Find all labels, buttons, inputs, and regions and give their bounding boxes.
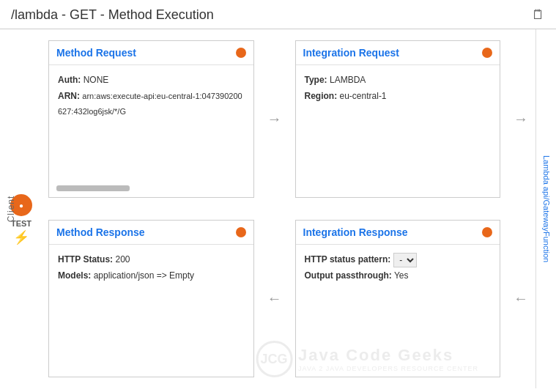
passthrough-row: Output passthrough: Yes bbox=[305, 268, 492, 284]
method-response-title: Method Response bbox=[56, 226, 145, 238]
arrow-right-top bbox=[260, 37, 289, 201]
region-value: eu-central-1 bbox=[340, 91, 387, 101]
arrow-left-bottom2 bbox=[506, 216, 535, 381]
auth-label: Auth: bbox=[58, 75, 81, 85]
top-row: Method Request Auth: NONE ARN: arn:aws:e… bbox=[42, 37, 535, 201]
integration-response-header: Integration Response bbox=[296, 221, 500, 245]
document-icon: 🗒 bbox=[532, 7, 545, 23]
arn-label: ARN: bbox=[58, 91, 80, 101]
page-header: /lambda - GET - Method Execution 🗒 bbox=[0, 0, 556, 29]
method-response-card: Method Response HTTP Status: 200 Models:… bbox=[48, 220, 254, 377]
pattern-row: HTTP status pattern: - bbox=[305, 252, 492, 268]
passthrough-value: Yes bbox=[394, 270, 409, 281]
method-request-card: Method Request Auth: NONE ARN: arn:aws:e… bbox=[48, 40, 254, 198]
integration-response-body: HTTP status pattern: - Output passthroug… bbox=[296, 245, 500, 291]
status-label: HTTP Status: bbox=[58, 254, 113, 265]
middle-arrows-row bbox=[42, 201, 535, 216]
models-row: Models: application/json => Empty bbox=[58, 268, 245, 284]
status-value: 200 bbox=[115, 254, 130, 265]
arn-row: ARN: arn:aws:execute-api:eu-central-1:04… bbox=[58, 89, 245, 120]
method-response-header: Method Response bbox=[49, 221, 253, 245]
arrow-right-icon2 bbox=[514, 111, 528, 127]
type-label: Type: bbox=[305, 75, 327, 85]
scrollbar[interactable] bbox=[56, 185, 130, 191]
integration-response-title: Integration Response bbox=[303, 226, 408, 238]
type-row: Type: LAMBDA bbox=[305, 73, 492, 89]
status-row: HTTP Status: 200 bbox=[58, 252, 245, 268]
models-value: application/json => Empty bbox=[94, 270, 194, 281]
method-response-body: HTTP Status: 200 Models: application/jso… bbox=[49, 245, 253, 291]
integration-request-title: Integration Request bbox=[303, 47, 399, 59]
models-label: Models: bbox=[58, 270, 91, 281]
pattern-label: HTTP status pattern: bbox=[305, 252, 391, 268]
arrow-left-icon bbox=[267, 290, 282, 307]
integration-request-card: Integration Request Type: LAMBDA Region:… bbox=[295, 40, 501, 198]
arn-value: arn:aws:execute-api:eu-central-1:0473902… bbox=[58, 92, 242, 117]
passthrough-label: Output passthrough: bbox=[305, 270, 392, 281]
left-sidebar: ● TEST ⚡ Client bbox=[0, 29, 42, 388]
app-container: /lambda - GET - Method Execution 🗒 ● TES… bbox=[0, 0, 556, 388]
execution-grid: Method Request Auth: NONE ARN: arn:aws:e… bbox=[42, 29, 535, 388]
method-response-dot bbox=[236, 227, 246, 237]
auth-value: NONE bbox=[84, 75, 109, 85]
right-sidebar-label[interactable]: Lambda api/GatewayFunction bbox=[542, 155, 551, 262]
bottom-row: Method Response HTTP Status: 200 Models:… bbox=[42, 216, 535, 381]
integration-response-dot bbox=[482, 227, 492, 237]
page-title: /lambda - GET - Method Execution bbox=[11, 7, 214, 23]
method-request-title: Method Request bbox=[56, 47, 136, 59]
pattern-dropdown[interactable]: - bbox=[393, 253, 417, 267]
method-request-body: Auth: NONE ARN: arn:aws:execute-api:eu-c… bbox=[49, 65, 253, 127]
type-value: LAMBDA bbox=[330, 75, 366, 85]
right-sidebar: Lambda api/GatewayFunction bbox=[535, 29, 556, 388]
region-label: Region: bbox=[305, 91, 338, 101]
integration-request-body: Type: LAMBDA Region: eu-central-1 bbox=[296, 65, 500, 111]
arrow-left-bottom bbox=[260, 216, 289, 381]
method-request-dot bbox=[236, 48, 246, 58]
arrow-right-top2 bbox=[506, 37, 535, 201]
integration-request-header: Integration Request bbox=[296, 41, 500, 65]
region-row: Region: eu-central-1 bbox=[305, 89, 492, 105]
test-circle-icon: ● bbox=[19, 201, 23, 210]
arrow-left-icon2 bbox=[514, 290, 528, 307]
client-label: Client bbox=[6, 196, 16, 223]
lightning-icon: ⚡ bbox=[13, 229, 29, 245]
auth-row: Auth: NONE bbox=[58, 73, 245, 89]
arrow-right-icon bbox=[267, 111, 282, 127]
integration-response-card: Integration Response HTTP status pattern… bbox=[295, 220, 501, 377]
main-content: ● TEST ⚡ Client Method Request bbox=[0, 29, 556, 388]
method-request-header: Method Request bbox=[49, 41, 253, 65]
integration-request-dot bbox=[482, 48, 492, 58]
